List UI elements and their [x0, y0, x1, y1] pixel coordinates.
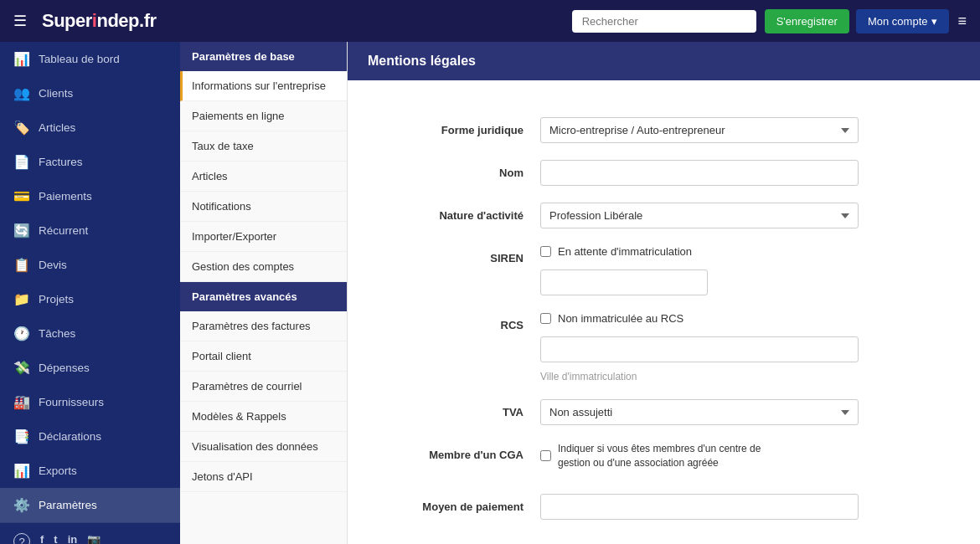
middle-item-taux-de-taxe[interactable]: Taux de taxe [180, 131, 347, 162]
forme-juridique-label: Forme juridique [373, 117, 540, 136]
sidebar-label: Paiements [39, 190, 92, 203]
sidebar-item-parametres[interactable]: ⚙️ Paramètres [0, 488, 180, 522]
recurrent-icon: 🔄 [13, 223, 30, 239]
articles-icon: 🏷️ [13, 120, 30, 136]
middle-section-base: Paramètres de base [180, 42, 347, 71]
declarations-icon: 📑 [13, 429, 30, 444]
nom-row: Nom [373, 160, 955, 186]
tva-label: TVA [373, 399, 540, 418]
sidebar-item-paiements[interactable]: 💳 Paiements [0, 179, 180, 213]
middle-item-informations[interactable]: Informations sur l'entreprise [180, 71, 347, 101]
sidebar-item-declarations[interactable]: 📑 Déclarations [0, 419, 180, 454]
nature-activite-select[interactable]: Profession Libérale Artisan Commerçant A… [540, 203, 859, 228]
sidebar-label: Déclarations [39, 430, 101, 443]
forme-juridique-row: Forme juridique Micro-entreprise / Auto-… [373, 117, 955, 143]
middle-item-notifications[interactable]: Notifications [180, 192, 347, 222]
sidebar-label: Devis [39, 259, 67, 271]
logo: Superindep.fr [42, 10, 157, 32]
middle-item-portail-client[interactable]: Portail client [180, 341, 347, 372]
rcs-row: RCS Non immatriculée au RCS Ville d'imma… [373, 312, 955, 382]
sidebar-label: Articles [39, 121, 75, 134]
cga-label: Membre d'un CGA [373, 442, 540, 461]
rcs-checkbox-label: Non immatriculée au RCS [558, 312, 683, 325]
help-icon[interactable]: ? [13, 533, 30, 544]
sidebar-label: Projets [39, 293, 74, 305]
nature-activite-control: Profession Libérale Artisan Commerçant A… [540, 203, 859, 228]
sidebar-label: Dépenses [39, 362, 90, 374]
middle-item-visualisation[interactable]: Visualisation des données [180, 432, 347, 462]
more-icon[interactable]: ≡ [957, 13, 967, 30]
nom-control [540, 160, 859, 186]
search-input[interactable] [572, 10, 756, 33]
tva-select[interactable]: Non assujetti Assujetti [540, 399, 859, 425]
logo-accent: i [92, 10, 97, 31]
cga-control: Indiquer si vous êtes membres d'un centr… [540, 442, 859, 477]
facebook-icon[interactable]: f [40, 533, 44, 544]
sidebar-footer: ? f t in 📷 [0, 522, 180, 544]
main-content: Mentions légales Forme juridique Micro-e… [348, 42, 980, 544]
sidebar-label: Fournisseurs [39, 396, 104, 408]
middle-item-modeles-rappels[interactable]: Modèles & Rappels [180, 402, 347, 432]
middle-item-importer-exporter[interactable]: Importer/Exporter [180, 222, 347, 252]
middle-item-jetons-api[interactable]: Jetons d'API [180, 462, 347, 492]
twitter-icon[interactable]: t [54, 533, 57, 544]
main-layout: 📊 Tableau de bord 👥 Clients 🏷️ Articles … [0, 42, 980, 544]
page-title: Mentions légales [348, 42, 980, 80]
moyen-paiement-label: Moyen de paiement [373, 494, 540, 513]
sidebar-item-depenses[interactable]: 💸 Dépenses [0, 351, 180, 385]
sidebar: 📊 Tableau de bord 👥 Clients 🏷️ Articles … [0, 42, 180, 544]
cga-checkbox[interactable] [540, 450, 551, 461]
parametres-icon: ⚙️ [13, 497, 30, 513]
sidebar-item-recurrent[interactable]: 🔄 Récurrent [0, 213, 180, 248]
sidebar-label: Factures [39, 156, 83, 168]
middle-item-articles[interactable]: Articles [180, 162, 347, 192]
sidebar-item-projets[interactable]: 📁 Projets [0, 282, 180, 316]
middle-item-gestion-comptes[interactable]: Gestion des comptes [180, 252, 347, 282]
exports-icon: 📊 [13, 463, 30, 479]
middle-item-paiements-en-ligne[interactable]: Paiements en ligne [180, 101, 347, 131]
siren-label: SIREN [373, 245, 540, 264]
middle-item-parametres-courriel[interactable]: Paramètres de courriel [180, 372, 347, 402]
middle-section-advanced: Paramètres avancés [180, 282, 347, 311]
siren-checkbox-label: En attente d'immatriculation [558, 245, 692, 258]
rcs-checkbox-row: Non immatriculée au RCS [540, 312, 859, 325]
siren-input[interactable] [540, 269, 708, 295]
sidebar-label: Tâches [39, 327, 75, 340]
sidebar-item-fournisseurs[interactable]: 🏭 Fournisseurs [0, 385, 180, 419]
rcs-control: Non immatriculée au RCS Ville d'immatric… [540, 312, 859, 382]
register-button[interactable]: S'enregistrer [765, 9, 849, 33]
tva-control: Non assujetti Assujetti [540, 399, 859, 425]
nature-activite-label: Nature d'activité [373, 203, 540, 222]
siren-checkbox[interactable] [540, 246, 551, 257]
rcs-label: RCS [373, 312, 540, 331]
sidebar-label: Clients [39, 87, 73, 100]
nom-input[interactable] [540, 160, 859, 186]
nature-activite-row: Nature d'activité Profession Libérale Ar… [373, 203, 955, 228]
middle-item-parametres-factures[interactable]: Paramètres des factures [180, 311, 347, 341]
clients-icon: 👥 [13, 85, 30, 101]
sidebar-item-taches[interactable]: 🕐 Tâches [0, 316, 180, 351]
sidebar-item-articles[interactable]: 🏷️ Articles [0, 110, 180, 145]
rcs-checkbox[interactable] [540, 313, 551, 324]
forme-juridique-select[interactable]: Micro-entreprise / Auto-entrepreneur SAR… [540, 117, 859, 143]
rcs-input[interactable] [540, 336, 859, 362]
moyen-paiement-input[interactable] [540, 494, 859, 520]
sidebar-label: Tableau de bord [39, 53, 120, 65]
linkedin-icon[interactable]: in [68, 533, 78, 544]
moyen-paiement-control [540, 494, 859, 520]
sidebar-item-devis[interactable]: 📋 Devis [0, 248, 180, 282]
menu-icon[interactable]: ☰ [13, 12, 27, 30]
sidebar-item-factures[interactable]: 📄 Factures [0, 145, 180, 179]
account-button[interactable]: Mon compte ▾ [856, 9, 950, 33]
rcs-city-placeholder: Ville d'immatriculation [540, 371, 859, 382]
fournisseurs-icon: 🏭 [13, 394, 30, 410]
sidebar-item-tableau-de-bord[interactable]: 📊 Tableau de bord [0, 42, 180, 76]
cga-checkbox-row: Indiquer si vous êtes membres d'un centr… [540, 442, 859, 470]
depenses-icon: 💸 [13, 360, 30, 376]
sidebar-item-clients[interactable]: 👥 Clients [0, 76, 180, 110]
cga-row: Membre d'un CGA Indiquer si vous êtes me… [373, 442, 955, 477]
cga-description: Indiquer si vous êtes membres d'un centr… [558, 442, 792, 470]
sidebar-item-exports[interactable]: 📊 Exports [0, 454, 180, 488]
instagram-icon[interactable]: 📷 [87, 533, 101, 544]
siren-control: En attente d'immatriculation [540, 245, 859, 295]
